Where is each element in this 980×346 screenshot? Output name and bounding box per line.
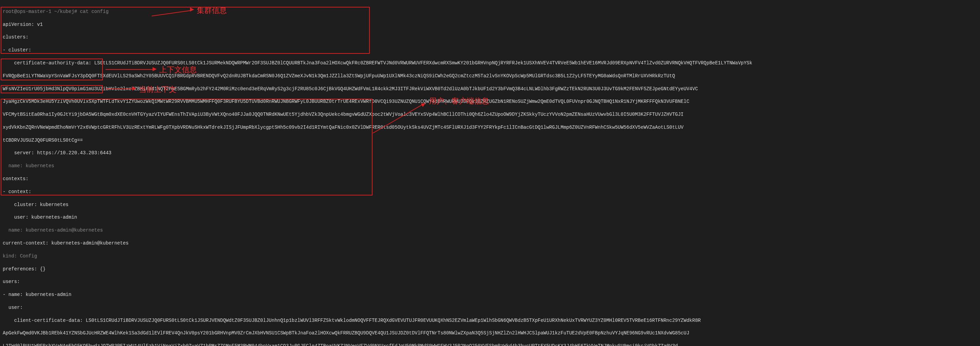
current-context: current-context: kubernetes-admin@kubern… xyxy=(3,240,977,247)
preferences-line: preferences: {} xyxy=(3,266,977,273)
cert-line-3: WFsNVZIeU1rU05jbHd3NlpQV0pimG1mU3UZibHVl… xyxy=(3,86,977,92)
user-key: user: xyxy=(3,305,977,311)
name-kubernetes: name: kubernetes xyxy=(3,163,977,169)
context-user: user: kubernetes-admin xyxy=(3,214,977,221)
context-cluster: cluster: kubernetes xyxy=(3,202,977,208)
users-key: users: xyxy=(3,279,977,285)
apiversion: apiVersion: v1 xyxy=(3,21,977,28)
cert-line-2: FVRQpBeE1LYTNWaVpYSnVaWFJsY3pDQ0FTSXdEUV… xyxy=(3,73,977,79)
cert-line-7: tCBDRVJUSUZJQ0FURS0tLS0tCg== xyxy=(3,137,977,144)
cert-line-1: certificate-authority-data: LS0tLS1CRUdJ… xyxy=(3,60,977,66)
kind-line: kind: Config xyxy=(3,253,977,260)
client-cert-2: ApGekFwQmd0VKJBb1REbk41YZNSbGJUcHRZWE4Wl… xyxy=(3,330,977,336)
server-line: server: https://10.220.43.203:6443 xyxy=(3,150,977,156)
context-item: - context: xyxy=(3,189,977,195)
client-cert-3: L2IWd0lPUU1WRFRrbXVaNApEbG5KOEhwdzJQTWR3… xyxy=(3,343,977,346)
cert-line-6: xydVkKbnZQRnVNeWpmdEhoNmVrY2x6VWptcGRtRF… xyxy=(3,124,977,131)
terminal-output: root@ops-master-1 ~/kubej# cat config ap… xyxy=(0,0,980,346)
clusters-key: clusters: xyxy=(3,34,977,40)
cert-line-5: VFCMytBSitEa0Rha1Iy0GJtYi9jbDA5WGtBqm0xd… xyxy=(3,112,977,118)
cert-line-4: JyaHgzCkV5MDk3eHU5YzlVQVh0UVlxSXpTWTFLdT… xyxy=(3,99,977,105)
cluster-item: - cluster: xyxy=(3,47,977,53)
contexts-key: contexts: xyxy=(3,176,977,182)
client-cert-1: client-certificate-data: LS0tLS1CRUdJTiB… xyxy=(3,317,977,324)
context-name: name: kubernetes-admin@kubernetes xyxy=(3,227,977,234)
user-name: - name: kubernetes-admin xyxy=(3,292,977,298)
prompt-line: root@ops-master-1 ~/kubej# cat config xyxy=(3,8,977,15)
